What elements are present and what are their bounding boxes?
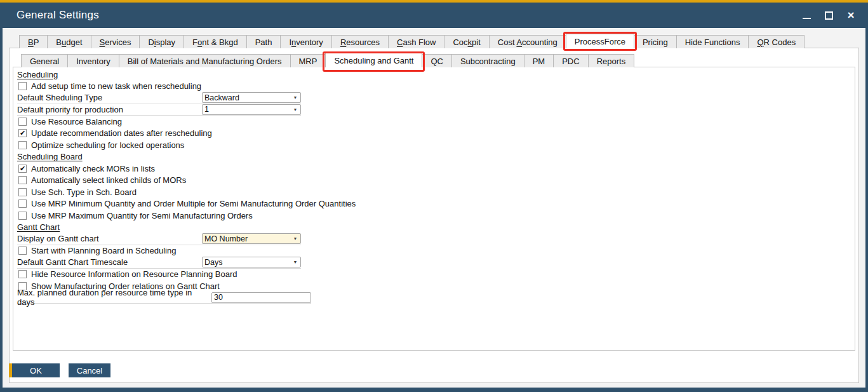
tab-inventory[interactable]: Inventory (67, 54, 119, 67)
checkbox-add-setup-time-to-new-task-when-rescheduling[interactable] (18, 82, 27, 90)
form-row: Default Gantt Chart TimescaleDays▼ (17, 257, 301, 269)
tab-font-bkgd[interactable]: Font & Bkgd (184, 35, 247, 48)
field-label: Default priority for production (17, 105, 202, 114)
checkbox-label: Add setup time to new task when reschedu… (31, 81, 201, 91)
section-header-gantt-chart: Gantt Chart (17, 222, 811, 234)
tab-subcontracting[interactable]: Subcontracting (451, 54, 524, 67)
checkbox-label: Automatically check MORs in lists (31, 164, 155, 173)
tab-label: MRP (299, 57, 317, 66)
tab-label: Services (100, 37, 131, 47)
dropdown-default-sheduling-type[interactable]: Backward▼ (202, 92, 301, 103)
tab-label: Hide Functions (685, 37, 740, 47)
tab-label: Subcontracting (460, 57, 516, 66)
checkbox-use-mrp-minimum-quantity-and-order-multiple-for-semi-manufacturing-order-quantities[interactable] (18, 199, 27, 208)
dropdown-default-priority-for-production[interactable]: 1▼ (202, 104, 301, 115)
checkbox-use-mrp-maximum-quantity-for-semi-manufacturing-orders[interactable] (18, 212, 27, 220)
tab-cash-flow[interactable]: Cash Flow (388, 35, 444, 48)
tab-cockpit[interactable]: Cockpit (444, 35, 489, 48)
tab-label: Reports (597, 57, 626, 66)
tab-hide-functions[interactable]: Hide Functions (676, 35, 749, 48)
tab-label: Resources (340, 37, 380, 47)
tab-general[interactable]: General (21, 54, 68, 67)
cancel-button[interactable]: Cancel (69, 363, 110, 377)
field-label: Default Gantt Chart Timescale (17, 257, 202, 267)
general-settings-window: General Settings × BPBudgetServicesDispl… (0, 0, 868, 392)
tab-label: QC (431, 57, 443, 66)
tab-pdc[interactable]: PDC (553, 54, 588, 67)
form-row: Use MRP Minimum Quantity and Order Multi… (17, 198, 811, 210)
tab-bill-of-materials-and-manufacturing-orders[interactable]: Bill of Materials and Manufacturing Orde… (119, 54, 291, 67)
tab-resources[interactable]: Resources (331, 35, 389, 48)
field-label: Max. planned duration per resource time … (17, 288, 202, 307)
tab-label: General (30, 57, 59, 66)
maximize-icon (825, 11, 833, 20)
tab-pm[interactable]: PM (524, 54, 554, 67)
dropdown-value: Backward (203, 93, 290, 102)
tab-label: BP (28, 37, 39, 47)
tab-mrp[interactable]: MRP (290, 54, 326, 67)
checkbox-use-sch-type-in-sch-board[interactable] (18, 188, 27, 196)
tab-label: Display (148, 37, 175, 47)
maximize-button[interactable] (823, 10, 834, 21)
tab-label: ProcessForce (575, 37, 625, 46)
form-row: Display on Gantt chartMO Number▼ (17, 233, 301, 245)
tab-qc[interactable]: QC (422, 54, 452, 67)
checkbox-label: Use Sch. Type in Sch. Board (31, 187, 137, 197)
main-tab-strip: BPBudgetServicesDisplayFont & BkgdPathIn… (19, 34, 804, 48)
form-row: Optimize scheduling for locked operation… (17, 139, 811, 151)
tab-label: Pricing (643, 37, 668, 47)
checkbox-label: Optimize scheduling for locked operation… (31, 140, 184, 150)
tab-budget[interactable]: Budget (47, 35, 91, 48)
tab-display[interactable]: Display (139, 35, 184, 48)
tab-label: Inventory (289, 37, 323, 47)
tab-inventory[interactable]: Inventory (280, 35, 332, 48)
checkbox-use-resource-balancing[interactable] (18, 118, 27, 126)
tab-label: PDC (562, 57, 579, 66)
checkbox-automatically-select-linked-childs-of-mors[interactable] (18, 176, 27, 184)
form-row: Add setup time to new task when reschedu… (17, 81, 811, 93)
dropdown-default-gantt-chart-timescale[interactable]: Days▼ (202, 257, 301, 267)
checkbox-automatically-check-mors-in-lists[interactable]: ✔ (18, 165, 27, 173)
scheduling-and-gantt-form: SchedulingAdd setup time to new task whe… (17, 69, 811, 304)
field-label: Default Sheduling Type (17, 93, 202, 102)
tab-qr-codes[interactable]: QR Codes (748, 35, 805, 48)
tab-reports[interactable]: Reports (588, 54, 635, 67)
checkbox-update-recommendation-dates-after-rescheduling[interactable]: ✔ (18, 129, 27, 137)
checkbox-hide-resource-information-on-resource-planning-board[interactable] (18, 270, 27, 278)
dropdown-value: MO Number (203, 234, 290, 243)
window-body: BPBudgetServicesDisplayFont & BkgdPathIn… (3, 28, 865, 388)
checkbox-label: Automatically select linked childs of MO… (31, 175, 186, 185)
tab-label: Scheduling and Gantt (334, 56, 413, 65)
close-button[interactable]: × (845, 10, 857, 21)
tab-path[interactable]: Path (246, 35, 281, 48)
tab-cost-accounting[interactable]: Cost Accounting (489, 35, 566, 48)
tab-processforce[interactable]: ProcessForce (566, 34, 634, 48)
window-titlebar: General Settings (0, 3, 868, 28)
section-header-scheduling: Scheduling (17, 69, 811, 81)
form-row: Use Resource Balancing (17, 116, 811, 128)
tab-label: Cash Flow (397, 37, 436, 47)
input-max-planned-duration-per-resource-time-type-in-days[interactable] (211, 292, 311, 303)
field-label: Display on Gantt chart (17, 234, 202, 243)
tab-scheduling-and-gantt[interactable]: Scheduling and Gantt (325, 53, 422, 67)
ok-button[interactable]: OK (9, 363, 60, 377)
checkmark-icon: ✔ (20, 130, 25, 137)
tab-bp[interactable]: BP (19, 35, 48, 48)
form-row: Max. planned duration per resource time … (17, 292, 311, 304)
form-row: Default priority for production1▼ (17, 104, 301, 116)
form-row: ✔Automatically check MORs in lists (17, 163, 811, 175)
tab-pricing[interactable]: Pricing (634, 35, 677, 48)
form-row: Use Sch. Type in Sch. Board (17, 186, 811, 198)
tab-label: Path (255, 37, 272, 47)
minimize-button[interactable] (801, 10, 812, 21)
sub-tab-strip: GeneralInventoryBill of Materials and Ma… (21, 53, 634, 67)
window-title: General Settings (17, 9, 99, 22)
form-row: Start with Planning Board in Scheduling (17, 245, 811, 257)
tab-services[interactable]: Services (91, 35, 140, 48)
tab-label: QR Codes (757, 37, 796, 47)
checkbox-start-with-planning-board-in-scheduling[interactable] (18, 247, 27, 255)
checkbox-optimize-scheduling-for-locked-operations[interactable] (18, 141, 27, 149)
dropdown-display-on-gantt-chart[interactable]: MO Number▼ (202, 233, 301, 244)
form-row: ✔Update recommendation dates after resch… (17, 128, 811, 140)
tab-label: Cockpit (453, 37, 480, 47)
